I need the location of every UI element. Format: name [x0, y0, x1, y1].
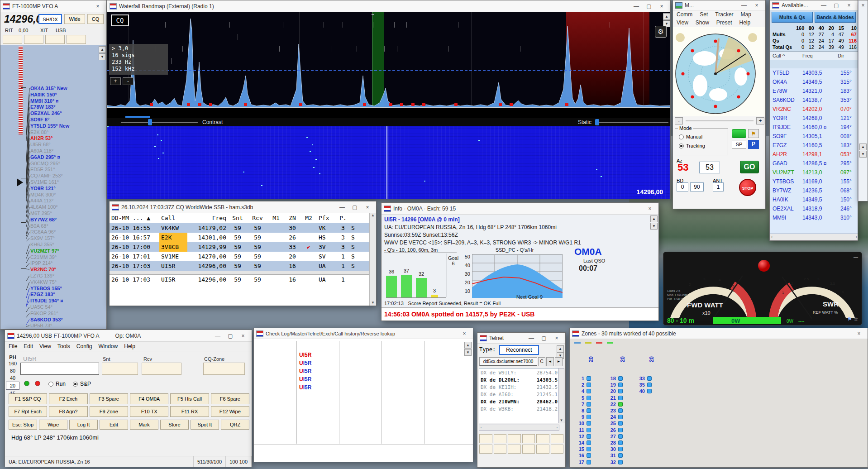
sp-radio[interactable]: [73, 382, 78, 387]
scroll-up-icon[interactable]: ▲: [464, 342, 472, 349]
available-call-row[interactable]: E7GZ14160,5183°: [770, 141, 858, 150]
band-item[interactable]: 80: [6, 367, 19, 374]
available-call-row[interactable]: SA6KOD14138,7353°: [770, 96, 858, 105]
macro-button[interactable]: [479, 434, 492, 443]
bandmap-spot[interactable]: F6KOP 261°: [30, 311, 58, 316]
go-button[interactable]: GO: [740, 161, 759, 173]
wide-button[interactable]: Wide: [64, 14, 85, 24]
menu-item[interactable]: Help: [124, 343, 135, 349]
call-list-header[interactable]: Call ^FreqDir: [770, 51, 858, 60]
static-slider-thumb[interactable]: [595, 119, 599, 125]
zone-input[interactable]: [203, 363, 245, 375]
menu-item[interactable]: Tracker: [715, 11, 733, 18]
bandmap-spot[interactable]: YO9R 121°: [30, 186, 56, 191]
action-button[interactable]: Edit: [100, 420, 128, 430]
menu-item[interactable]: View: [39, 343, 51, 349]
close-icon[interactable]: ×: [458, 328, 471, 339]
action-button[interactable]: Store: [160, 420, 189, 430]
bandmap-spot[interactable]: VK4KW 75°: [30, 279, 57, 285]
macro-button[interactable]: [508, 445, 521, 454]
available-call-row[interactable]: AH2R14298,1053°: [770, 150, 858, 159]
fkey-button[interactable]: F12 Wipe: [211, 406, 249, 417]
zones-titlebar[interactable]: Zones - 30 mults worked of 40 possible ×: [570, 328, 868, 339]
compass-panel[interactable]: [673, 27, 766, 116]
rcv-input[interactable]: [142, 363, 181, 375]
rotator-menu-row2[interactable]: ViewShowPresetHelp: [673, 19, 765, 27]
bandmap-spot[interactable]: SV1ME 161°: [30, 179, 59, 185]
contrast-slider[interactable]: [121, 122, 198, 123]
menu-item[interactable]: View: [677, 19, 688, 26]
log-row[interactable]: 26-10 17:01SV1ME14270,00 5959 20SV 1S: [110, 252, 376, 261]
rotator-on-button[interactable]: [732, 129, 746, 138]
log-row[interactable]: 26-10 16:55VK4KW14179,02 5959 30VK 3S: [110, 223, 376, 233]
available-hscrollbar[interactable]: ‹›: [770, 234, 858, 240]
menu-item[interactable]: Help: [739, 19, 751, 26]
cluster-c-button[interactable]: C: [538, 357, 545, 366]
close-icon[interactable]: ×: [237, 330, 249, 341]
vfo-memory-box[interactable]: [3, 35, 22, 44]
available-call-row[interactable]: MM9I14343,0310°: [770, 213, 858, 222]
zone-cell[interactable]: 22: [605, 401, 623, 407]
bandmap-spot[interactable]: RG6AA 96°: [30, 229, 56, 234]
bandmap-spot[interactable]: E7GZ 183°: [30, 292, 55, 297]
gear-icon[interactable]: ⚙: [655, 26, 667, 38]
info-titlebar[interactable]: Info - OM0A - Exch: 59 15 ×: [382, 203, 658, 215]
zone-cell[interactable]: 17: [573, 459, 591, 465]
available-call-row[interactable]: VR2NC14202,0070°: [770, 105, 858, 114]
scroll-down-icon[interactable]: ▼: [650, 223, 658, 230]
bandmap-spot[interactable]: SX9V 157°: [30, 235, 55, 241]
zone-cell[interactable]: 8: [573, 407, 591, 414]
cq-button[interactable]: CQ: [87, 14, 104, 24]
pending-qso-row[interactable]: 26-10 17:03UI5R14296,00 5959 16UA 1: [110, 275, 376, 284]
log-row[interactable]: 26-10 16:57E2K14301,00 5959 26HS 3S: [110, 233, 376, 242]
available-call-row[interactable]: VU2MZT14213,0097°: [770, 168, 858, 177]
bandmap-spot[interactable]: IP9P 214°: [30, 260, 52, 266]
bandmap-spot[interactable]: KH6J 355°: [30, 242, 54, 247]
tracking-radio[interactable]: [679, 144, 684, 148]
available-call-row[interactable]: G6AD14286,5 ¤295°: [770, 159, 858, 168]
zone-cell[interactable]: 5: [573, 395, 591, 401]
bandmap-spot[interactable]: VR2NC 70°: [30, 267, 56, 272]
callsign-suggestion[interactable]: UI5R: [299, 359, 311, 367]
bandmap-spot[interactable]: BY7WZ 68°: [30, 217, 57, 222]
minimize-icon[interactable]: —: [525, 333, 538, 344]
compass-zoom-in-button[interactable]: +: [756, 117, 764, 124]
minimize-icon[interactable]: —: [630, 1, 643, 12]
available-titlebar[interactable]: Available... — ▢ ×: [770, 0, 858, 10]
menu-item[interactable]: Preset: [716, 19, 732, 26]
entry-menubar[interactable]: FileEditViewToolsConfigWindowHelp: [5, 342, 252, 351]
dx-spot-list[interactable]: DX de W9ILY:28754.0 DX de DL2OHL:14303.5…: [479, 368, 559, 423]
available-call-row[interactable]: OE2XAL14318,9246°: [770, 204, 858, 213]
log-row[interactable]: 26-10 17:003V8CB14129,99 5959 33✔3V 3S: [110, 242, 376, 252]
fkey-button[interactable]: F11 RX: [170, 406, 209, 417]
vfo-titlebar[interactable]: FT-1000MP VFO A ×: [0, 0, 106, 12]
close-icon[interactable]: ×: [550, 333, 563, 344]
zone-cell[interactable]: 40: [634, 388, 652, 394]
log-titlebar[interactable]: 26.10.2024 17:03:37Z CQ WorldWide SSB - …: [110, 201, 376, 213]
sp-button[interactable]: SP: [732, 140, 746, 149]
log-header-row[interactable]: DD-MM ... ▲CallFreq SntRcvM1 ZNM2Pfx P.: [110, 213, 376, 223]
band-item[interactable]: 160: [6, 360, 19, 367]
callsign-suggestion[interactable]: UI5R: [299, 375, 311, 383]
close-icon[interactable]: ×: [644, 203, 656, 214]
vfo-memory-box[interactable]: [45, 35, 65, 44]
zone-cell[interactable]: 26: [605, 427, 623, 433]
bandmap-spot[interactable]: MM9I 310° ¤: [30, 98, 58, 104]
zone-cell[interactable]: 1: [573, 375, 591, 382]
fkey-button[interactable]: F8 Agn?: [49, 406, 87, 417]
zone-cell[interactable]: 25: [605, 420, 623, 426]
shdx-button[interactable]: SH/DX: [38, 14, 62, 24]
zone-cell[interactable]: 9: [573, 414, 591, 420]
close-icon[interactable]: ×: [858, 0, 868, 9]
bandmap-spot[interactable]: SO9F 8°: [30, 117, 49, 122]
entry-titlebar[interactable]: 14296,00 USB FT-1000MP VFO A Op: OM0A — …: [5, 330, 252, 342]
waterfall-display[interactable]: 14296,00: [107, 126, 671, 199]
bandmap-spot[interactable]: LZ7G 139°: [30, 273, 54, 278]
close-icon[interactable]: ×: [655, 1, 668, 12]
action-button[interactable]: Esc: Stop: [9, 420, 37, 430]
bandmap-spot[interactable]: E78W 183°: [30, 104, 56, 110]
zone-cell[interactable]: 2: [573, 382, 591, 388]
fkey-button[interactable]: F10 TX: [130, 406, 168, 417]
callsign-suggestion[interactable]: UI5R: [299, 383, 311, 392]
azimuth-target-input[interactable]: 53: [699, 162, 720, 173]
